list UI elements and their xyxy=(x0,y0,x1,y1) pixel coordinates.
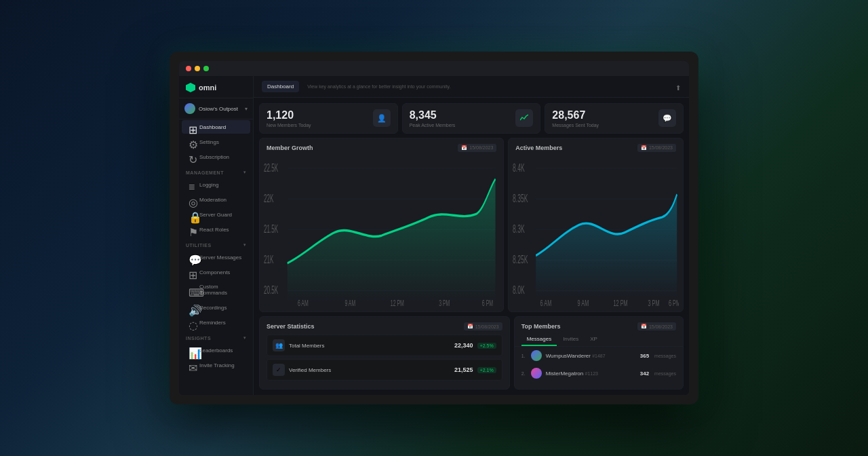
sidebar-item-reminders[interactable]: ◌ Reminders xyxy=(182,316,250,329)
active-members-chart-area: 8.4K 8.35K 8.3K 8.25K 8.0K xyxy=(509,155,683,311)
svg-text:9 AM: 9 AM xyxy=(578,297,589,307)
verified-members-row: ✓ Verified Members 21,525 +2.1% xyxy=(267,359,502,381)
peak-active-value: 8,345 xyxy=(410,109,456,121)
svg-text:6 PM: 6 PM xyxy=(669,297,679,307)
management-chevron-icon: ▾ xyxy=(243,170,246,175)
management-section-header: MANAGEMENT ▾ xyxy=(179,164,253,177)
total-members-name: Total Members xyxy=(289,343,324,349)
svg-text:12 PM: 12 PM xyxy=(391,297,404,307)
charts-row: Member Growth 📅 15/08/2023 22.5K xyxy=(259,138,684,312)
total-members-row: 👥 Total Members 22,340 +2.5% xyxy=(267,335,502,356)
peak-active-label: Peak Active Members xyxy=(410,123,456,128)
svg-text:12 PM: 12 PM xyxy=(614,297,628,307)
sidebar-item-server-messages[interactable]: 💬 Server Messages xyxy=(182,250,250,264)
sidebar-item-components[interactable]: ⊞ Components xyxy=(182,265,250,279)
server-selector[interactable]: Osiow's Outpost ▾ xyxy=(179,98,253,119)
calendar-icon: 📅 xyxy=(461,145,467,151)
new-members-value: 1,120 xyxy=(267,109,311,121)
minimize-button[interactable] xyxy=(195,66,200,71)
peak-active-icon xyxy=(515,109,533,127)
sidebar-logo: omni xyxy=(179,76,253,98)
sidebar-item-invite-tracking[interactable]: ✉ Invite Tracking xyxy=(182,358,250,372)
top-members-panel: Top Members 📅 15/08/2023 Messages Invite… xyxy=(514,316,684,390)
settings-icon: ⚙ xyxy=(189,138,195,145)
server-messages-icon: 💬 xyxy=(189,254,195,261)
recordings-icon: 🔊 xyxy=(189,304,195,311)
sidebar-item-moderation[interactable]: ◎ Moderation xyxy=(182,193,250,206)
member-name-1: WumpusWanderer #1487 xyxy=(546,353,636,359)
logging-icon: ≡ xyxy=(189,181,195,188)
leaderboards-icon: 📊 xyxy=(189,347,195,354)
sidebar-item-recordings[interactable]: 🔊 Recordings xyxy=(182,301,250,314)
member-tag-1: #1487 xyxy=(592,354,605,358)
new-members-label: New Members Today xyxy=(267,123,311,128)
server-avatar xyxy=(184,103,195,114)
sidebar-item-custom-commands[interactable]: ⌨ Custom Commands xyxy=(182,280,250,299)
members-tabs: Messages Invites XP xyxy=(515,333,683,347)
insights-chevron-icon: ▾ xyxy=(243,335,246,341)
main-content: Dashboard View key analytics at a glance… xyxy=(254,76,689,395)
svg-text:21.5K: 21.5K xyxy=(264,223,279,235)
sidebar-item-react-roles[interactable]: ⚑ React Roles xyxy=(182,223,250,236)
sidebar-item-settings[interactable]: ⚙ Settings xyxy=(182,135,250,149)
member-unit-1: messages xyxy=(654,354,676,358)
utilities-section-header: UTILITIES ▾ xyxy=(179,237,253,250)
close-button[interactable] xyxy=(186,66,191,71)
logo-text: omni xyxy=(199,83,216,92)
server-stats-title: Server Statistics xyxy=(267,323,315,330)
utilities-chevron-icon: ▾ xyxy=(243,242,246,248)
total-members-value: 22,340 xyxy=(454,342,473,349)
insights-section-header: INSIGHTS ▾ xyxy=(179,330,253,343)
verified-members-value: 21,525 xyxy=(454,366,473,373)
member-unit-2: messages xyxy=(654,371,676,376)
export-icon[interactable]: ⬆ xyxy=(675,84,681,92)
sidebar-item-server-guard[interactable]: 🔒 Server Guard xyxy=(182,208,250,221)
sidebar: omni Osiow's Outpost ▾ ⊞ Dashboard ⚙ xyxy=(179,76,254,395)
svg-text:20.5K: 20.5K xyxy=(264,284,279,297)
member-tag-2: #1123 xyxy=(585,371,597,376)
messages-sent-value: 28,567 xyxy=(552,109,599,121)
tab-xp[interactable]: XP xyxy=(585,333,603,346)
maximize-button[interactable] xyxy=(203,66,209,71)
member-count-1: 365 xyxy=(640,353,649,359)
svg-text:22.5K: 22.5K xyxy=(264,162,279,174)
stat-card-new-members: 1,120 New Members Today 👤 xyxy=(259,103,398,134)
server-chevron-icon: ▾ xyxy=(245,106,248,112)
member-growth-date: 📅 15/08/2023 xyxy=(458,144,496,152)
sidebar-item-subscription[interactable]: ↻ Subscription xyxy=(182,150,250,164)
sidebar-item-dashboard[interactable]: ⊞ Dashboard xyxy=(182,120,250,134)
server-stats-date: 📅 15/08/2023 xyxy=(464,322,502,330)
svg-text:6 AM: 6 AM xyxy=(540,297,552,307)
stat-card-peak-active: 8,345 Peak Active Members xyxy=(402,103,541,134)
verified-members-icon: ✓ xyxy=(273,364,285,376)
svg-text:8.35K: 8.35K xyxy=(513,193,528,204)
calendar-icon-4: 📅 xyxy=(641,324,647,329)
member-growth-title: Member Growth xyxy=(267,145,313,151)
top-members-date: 📅 15/08/2023 xyxy=(637,322,676,330)
svg-text:6 AM: 6 AM xyxy=(298,297,309,307)
server-statistics-panel: Server Statistics 📅 15/08/2023 👥 Total M… xyxy=(259,316,510,390)
tab-invites[interactable]: Invites xyxy=(557,333,584,346)
messages-sent-icon: 💬 xyxy=(658,109,676,127)
member-rank-1: 1. xyxy=(521,354,527,358)
tab-dashboard[interactable]: Dashboard xyxy=(262,81,299,92)
svg-text:8.25K: 8.25K xyxy=(513,254,528,265)
svg-text:9 AM: 9 AM xyxy=(344,297,355,307)
top-members-title: Top Members xyxy=(521,323,561,330)
stats-row: 1,120 New Members Today 👤 8,345 Peak Act… xyxy=(259,103,684,134)
sidebar-item-logging[interactable]: ≡ Logging xyxy=(182,178,250,191)
custom-commands-icon: ⌨ xyxy=(189,286,195,293)
sidebar-item-leaderboards[interactable]: 📊 Leaderboards xyxy=(182,343,250,357)
calendar-icon-3: 📅 xyxy=(467,324,473,329)
verified-members-name: Verified Members xyxy=(289,367,331,373)
top-nav: Dashboard View key analytics at a glance… xyxy=(254,76,689,98)
svg-text:3 PM: 3 PM xyxy=(648,297,660,307)
react-roles-icon: ⚑ xyxy=(189,226,195,233)
member-avatar-2 xyxy=(531,368,542,379)
member-item-1: 1. WumpusWanderer #1487 365 messages xyxy=(515,347,683,364)
invite-tracking-icon: ✉ xyxy=(189,362,195,368)
server-guard-icon: 🔒 xyxy=(189,211,195,218)
tab-messages[interactable]: Messages xyxy=(521,333,557,346)
active-members-date: 📅 15/08/2023 xyxy=(637,144,676,152)
active-members-chart: Active Members 📅 15/08/2023 8.4K 8.35K xyxy=(508,138,684,312)
